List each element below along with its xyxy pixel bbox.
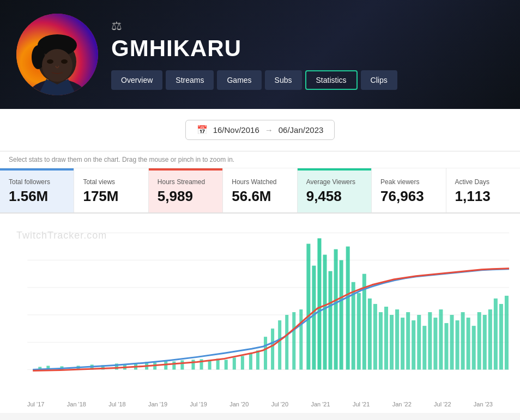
- svg-rect-55: [368, 299, 372, 370]
- stat-card-active-days[interactable]: Active Days 1,113: [446, 168, 520, 212]
- stat-label-peak-viewers: Peak viewers: [380, 178, 437, 186]
- stat-label-hours-streamed: Hours Streamed: [158, 178, 214, 186]
- svg-point-7: [47, 59, 53, 64]
- svg-rect-58: [384, 307, 388, 369]
- svg-rect-27: [172, 361, 176, 369]
- x-label-3: Jan '19: [148, 401, 167, 407]
- streamer-name: GMHIKARU: [111, 35, 504, 62]
- tab-clips[interactable]: Clips: [361, 70, 397, 90]
- stat-label-avg-viewers: Average Viewers: [306, 178, 362, 186]
- svg-point-6: [42, 49, 72, 82]
- svg-rect-70: [450, 315, 454, 369]
- chart-container[interactable]: [5, 222, 515, 399]
- tab-games[interactable]: Games: [217, 70, 261, 90]
- svg-rect-50: [340, 260, 343, 370]
- stat-card-total-followers[interactable]: Total followers 1.56M: [0, 168, 74, 212]
- svg-rect-49: [334, 249, 338, 370]
- tab-streams[interactable]: Streams: [166, 70, 214, 90]
- date-arrow: →: [265, 125, 273, 135]
- tab-subs[interactable]: Subs: [265, 70, 302, 90]
- date-start: 16/Nov/2016: [213, 125, 259, 135]
- stat-indicator-blue: [0, 168, 74, 171]
- x-label-9: Jan '22: [392, 401, 412, 407]
- svg-rect-78: [494, 299, 498, 370]
- svg-rect-66: [428, 312, 432, 369]
- svg-rect-72: [461, 312, 465, 369]
- stat-value-followers: 1.56M: [9, 188, 65, 205]
- stat-value-avg-viewers: 9,458: [306, 188, 362, 205]
- chart-svg[interactable]: [5, 222, 515, 397]
- svg-rect-57: [379, 312, 383, 369]
- svg-rect-44: [306, 244, 310, 369]
- stats-row: Total followers 1.56M Total views 175M H…: [0, 168, 520, 214]
- svg-rect-69: [444, 323, 448, 369]
- tab-overview[interactable]: Overview: [111, 70, 162, 90]
- svg-rect-73: [467, 318, 470, 369]
- svg-rect-53: [357, 293, 361, 370]
- svg-rect-48: [329, 271, 332, 370]
- stat-card-hours-streamed[interactable]: Hours Streamed 5,989: [149, 168, 223, 212]
- svg-rect-59: [390, 315, 394, 369]
- x-label-6: Jul '20: [271, 401, 288, 407]
- stat-value-hours-streamed: 5,989: [158, 188, 214, 205]
- svg-rect-75: [477, 312, 481, 369]
- svg-rect-56: [373, 304, 377, 370]
- svg-rect-51: [346, 247, 350, 370]
- svg-rect-29: [191, 360, 195, 369]
- svg-rect-60: [395, 309, 399, 369]
- svg-rect-45: [312, 266, 316, 370]
- svg-rect-31: [208, 360, 211, 369]
- stat-indicator-teal: [298, 168, 371, 171]
- date-range-section: 📅 16/Nov/2016 → 06/Jan/2023: [0, 109, 520, 151]
- svg-rect-38: [264, 337, 267, 369]
- svg-rect-74: [472, 326, 476, 369]
- svg-rect-42: [292, 312, 295, 369]
- avatar: [16, 14, 98, 95]
- svg-rect-33: [225, 360, 228, 369]
- scale-icon: ⚖: [111, 19, 504, 33]
- svg-rect-80: [505, 296, 509, 370]
- stat-card-peak-viewers[interactable]: Peak viewers 76,963: [372, 168, 446, 212]
- nav-tabs: Overview Streams Games Subs Statistics C…: [111, 70, 504, 90]
- x-label-8: Jul '21: [353, 401, 370, 407]
- x-axis-labels: Jul '17 Jan '18 Jul '18 Jan '19 Jul '19 …: [5, 399, 515, 407]
- svg-rect-64: [417, 315, 421, 369]
- svg-rect-28: [180, 360, 184, 369]
- stat-card-total-views[interactable]: Total views 175M: [74, 168, 148, 212]
- x-label-1: Jan '18: [67, 401, 86, 407]
- svg-rect-61: [401, 318, 404, 369]
- stat-value-hours-watched: 56.6M: [232, 188, 288, 205]
- svg-rect-65: [422, 326, 426, 369]
- stat-card-avg-viewers[interactable]: Average Viewers 9,458: [298, 168, 372, 212]
- calendar-icon: 📅: [197, 125, 208, 135]
- x-label-7: Jan '21: [311, 401, 330, 407]
- header-section: ⚖ GMHIKARU Overview Streams Games Subs S…: [0, 0, 520, 109]
- x-label-10: Jul '22: [434, 401, 451, 407]
- header-info: ⚖ GMHIKARU Overview Streams Games Subs S…: [111, 19, 504, 90]
- x-label-2: Jul '18: [108, 401, 125, 407]
- svg-rect-37: [256, 350, 259, 369]
- x-label-5: Jan '20: [229, 401, 249, 407]
- stat-label-views: Total views: [83, 178, 139, 186]
- stat-card-hours-watched[interactable]: Hours Watched 56.6M: [223, 168, 297, 212]
- svg-rect-35: [241, 356, 244, 369]
- svg-rect-68: [439, 309, 443, 369]
- svg-rect-40: [278, 320, 281, 369]
- svg-rect-79: [499, 304, 503, 370]
- tab-statistics[interactable]: Statistics: [305, 70, 358, 90]
- date-end: 06/Jan/2023: [279, 125, 324, 135]
- stat-label-active-days: Active Days: [455, 178, 511, 186]
- chart-area: TwitchTracker.com: [0, 214, 520, 413]
- svg-rect-63: [412, 320, 415, 369]
- x-label-0: Jul '17: [27, 401, 44, 407]
- stat-value-active-days: 1,113: [455, 188, 511, 205]
- svg-rect-47: [323, 255, 326, 370]
- svg-rect-39: [271, 328, 274, 369]
- svg-rect-67: [433, 318, 437, 369]
- svg-rect-46: [317, 238, 321, 369]
- stat-label-followers: Total followers: [9, 178, 65, 186]
- date-range-picker[interactable]: 📅 16/Nov/2016 → 06/Jan/2023: [185, 120, 335, 140]
- svg-rect-62: [406, 312, 410, 369]
- x-label-4: Jul '19: [190, 401, 207, 407]
- svg-rect-71: [456, 320, 459, 369]
